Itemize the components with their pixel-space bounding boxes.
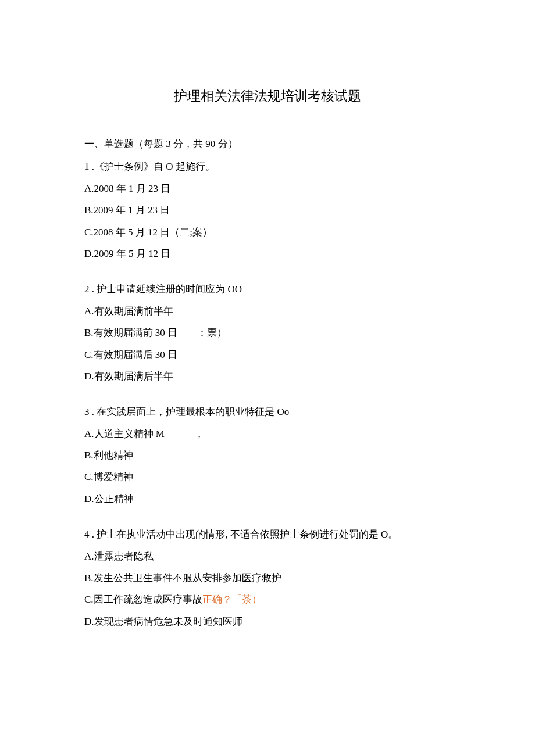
- option-a: A.有效期届满前半年: [84, 300, 451, 322]
- option-a: A.2008 年 1 月 23 日: [84, 178, 451, 199]
- option-d: D.有效期届满后半年: [84, 366, 451, 387]
- option-b: B.有效期届满前 30 日 ：票）: [84, 322, 451, 343]
- option-c: C.因工作疏忽造成医疗事故正确？「茶）: [84, 589, 451, 610]
- option-a: A.人道主义精神 M ，: [84, 423, 451, 445]
- question-stem: 2 . 护士申请延续注册的时间应为 OO: [84, 278, 451, 300]
- question-stem: 4 . 护士在执业活动中出现的情形, 不适合依照护士条例进行处罚的是 O。: [84, 524, 451, 545]
- section-header: 一、单选题（每题 3 分，共 90 分）: [84, 133, 451, 155]
- question-3: 3 . 在实践层面上，护理最根本的职业特征是 Oo A.人道主义精神 M ， B…: [84, 401, 451, 510]
- question-2: 2 . 护士申请延续注册的时间应为 OO A.有效期届满前半年 B.有效期届满前…: [84, 278, 451, 387]
- page-title: 护理相关法律法规培训考核试题: [84, 87, 451, 105]
- option-a: A.泄露患者隐私: [84, 546, 451, 567]
- question-4: 4 . 护士在执业活动中出现的情形, 不适合依照护士条例进行处罚的是 O。 A.…: [84, 524, 451, 632]
- option-b: B.2009 年 1 月 23 日: [84, 199, 451, 221]
- option-c: C.2008 年 5 月 12 日（二;案）: [84, 221, 451, 243]
- option-d: D.发现患者病情危急未及时通知医师: [84, 611, 451, 632]
- option-c: C.博爱精神: [84, 466, 451, 488]
- question-1: 1 .《护士条例》自 O 起施行。 A.2008 年 1 月 23 日 B.20…: [84, 156, 451, 264]
- option-d: D.2009 年 5 月 12 日: [84, 243, 451, 264]
- question-stem: 1 .《护士条例》自 O 起施行。: [84, 156, 451, 177]
- option-b: B.利他精神: [84, 445, 451, 466]
- option-b: B.发生公共卫生事件不服从安排参加医疗救护: [84, 567, 451, 589]
- option-c: C.有效期届满后 30 日: [84, 344, 451, 366]
- option-d: D.公正精神: [84, 488, 451, 510]
- option-c-highlight: 正确？「茶）: [202, 594, 262, 605]
- question-stem: 3 . 在实践层面上，护理最根本的职业特征是 Oo: [84, 401, 451, 422]
- option-c-text: C.因工作疏忽造成医疗事故: [84, 594, 202, 605]
